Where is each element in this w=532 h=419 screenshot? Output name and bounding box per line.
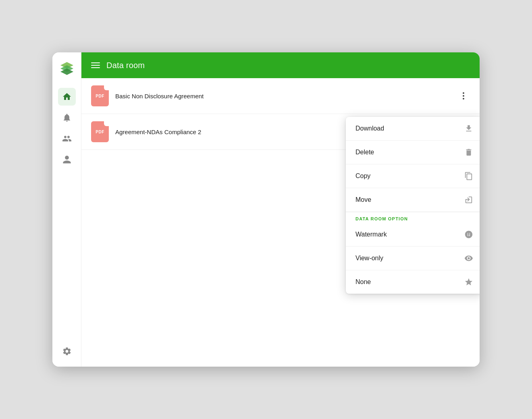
view-only-icon <box>464 254 473 263</box>
svg-point-3 <box>463 92 464 94</box>
topbar: Data room <box>81 52 480 78</box>
none-icon <box>464 278 473 286</box>
page-title: Data room <box>106 61 145 70</box>
sidebar-item-home[interactable] <box>58 88 76 106</box>
pdf-label: PDF <box>96 130 104 134</box>
sidebar-item-settings[interactable] <box>58 342 76 360</box>
watermark-label: Watermark <box>355 231 387 238</box>
move-icon <box>464 195 473 204</box>
file-list: PDF Basic Non Disclosure Agreement Downl… <box>81 78 480 367</box>
menu-item-delete[interactable]: Delete <box>346 141 480 164</box>
svg-point-5 <box>463 98 464 100</box>
nav-items <box>58 88 76 342</box>
download-icon <box>464 124 473 133</box>
settings-icon <box>62 346 72 356</box>
person-icon <box>62 155 72 164</box>
sidebar <box>52 52 81 367</box>
pdf-label: PDF <box>96 94 104 98</box>
none-label: None <box>355 278 371 286</box>
menu-item-watermark[interactable]: Watermark <box>346 223 480 247</box>
download-label: Download <box>355 125 384 132</box>
copy-icon <box>464 172 473 180</box>
sidebar-item-notifications[interactable] <box>58 109 76 127</box>
app-logo-icon <box>58 60 76 77</box>
watermark-icon <box>464 230 473 239</box>
delete-icon <box>464 148 473 157</box>
menu-item-download[interactable]: Download <box>346 117 480 141</box>
data-room-option-header: DATA ROOM OPTION <box>346 212 480 223</box>
more-button-file1[interactable] <box>457 89 470 102</box>
move-label: Move <box>355 196 371 203</box>
view-only-label: View-only <box>355 255 383 262</box>
sidebar-item-profile[interactable] <box>58 151 76 168</box>
delete-label: Delete <box>355 149 374 156</box>
menu-item-view-only[interactable]: View-only <box>346 247 480 270</box>
more-dots-icon <box>463 92 464 100</box>
menu-item-none[interactable]: None <box>346 270 480 294</box>
sidebar-item-team[interactable] <box>58 130 76 147</box>
home-icon <box>62 92 72 102</box>
pdf-icon: PDF <box>91 85 109 106</box>
menu-button[interactable] <box>91 62 100 68</box>
file-name: Basic Non Disclosure Agreement <box>115 93 451 100</box>
menu-item-move[interactable]: Move <box>346 188 480 212</box>
menu-item-copy[interactable]: Copy <box>346 164 480 188</box>
logo <box>57 59 77 78</box>
svg-point-4 <box>463 95 464 97</box>
copy-label: Copy <box>355 172 370 180</box>
file-row: PDF Basic Non Disclosure Agreement Downl… <box>81 78 480 114</box>
main-area: Data room PDF Basic Non Disclosure Agree… <box>81 52 480 367</box>
pdf-icon: PDF <box>91 121 109 142</box>
nav-bottom <box>58 342 76 367</box>
context-menu: Download Delete <box>346 117 480 294</box>
bell-icon <box>62 113 72 122</box>
app-window: Data room PDF Basic Non Disclosure Agree… <box>52 52 480 367</box>
team-icon <box>62 134 72 143</box>
